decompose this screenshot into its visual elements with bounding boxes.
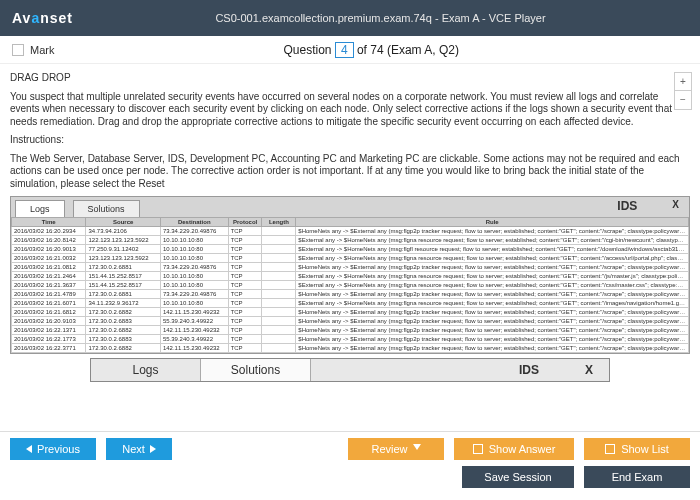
- show-answer-button[interactable]: Show Answer: [454, 438, 574, 460]
- tab-logs-big[interactable]: Logs: [91, 359, 201, 381]
- table-row: 2016/03/02 16:20.293434.73.94.210673.34.…: [12, 227, 689, 236]
- ids-label: IDS: [592, 197, 662, 217]
- chevron-right-icon: [150, 445, 156, 453]
- col-header: Rule: [296, 218, 689, 227]
- ids-label-big: IDS: [489, 359, 569, 381]
- previous-button[interactable]: Previous: [10, 438, 96, 460]
- panel-tabs: Logs Solutions IDS X: [11, 197, 689, 217]
- show-answer-checkbox[interactable]: [473, 444, 483, 454]
- window-title: CS0-001.examcollection.premium.exam.74q …: [73, 12, 688, 24]
- close-panel-button[interactable]: X: [662, 197, 689, 217]
- show-list-checkbox[interactable]: [605, 444, 615, 454]
- mark-label: Mark: [30, 44, 54, 56]
- table-row: 2016/03/02 16:21.4789172.30.0.2.688173.3…: [12, 290, 689, 299]
- table-row: 2016/03/02 16:21.607134.11.232.9.3617210…: [12, 299, 689, 308]
- next-button[interactable]: Next: [106, 438, 172, 460]
- col-header: Protocol: [228, 218, 262, 227]
- scenario-text: You suspect that multiple unrelated secu…: [10, 91, 690, 129]
- mark-checkbox[interactable]: [12, 44, 24, 56]
- table-row: 2016/03/02 16:20.9103172.30.0.2.688355.3…: [12, 317, 689, 326]
- big-tabs: Logs Solutions IDS X: [90, 358, 610, 382]
- table-row: 2016/03/02 16:22.1773172.30.0.2.688355.3…: [12, 335, 689, 344]
- tab-solutions-big[interactable]: Solutions: [201, 359, 311, 381]
- drag-drop-heading: DRAG DROP: [10, 72, 690, 85]
- table-row: 2016/03/02 16:21.6812172.30.0.2.6882142.…: [12, 308, 689, 317]
- question-number: 4: [335, 42, 354, 58]
- table-row: 2016/03/02 16:21.3637151.44.15.252.85171…: [12, 281, 689, 290]
- question-indicator: Question 4 of 74 (Exam A, Q2): [54, 42, 688, 58]
- question-ribbon: Mark Question 4 of 74 (Exam A, Q2): [0, 36, 700, 64]
- chevron-down-icon: [413, 444, 421, 454]
- footer-bar: Previous Next Review Show Answer Show Li…: [0, 431, 700, 500]
- col-header: Length: [262, 218, 296, 227]
- zoom-controls: + −: [674, 72, 692, 110]
- close-big-button[interactable]: X: [569, 359, 609, 381]
- table-row: 2016/03/02 16:22.1371172.30.0.2.6882142.…: [12, 326, 689, 335]
- table-row: 2016/03/02 16:21.0812172.30.0.2.688173.3…: [12, 263, 689, 272]
- end-exam-button[interactable]: End Exam: [584, 466, 690, 488]
- table-row: 2016/03/02 16:22.3771172.30.0.2.6882142.…: [12, 344, 689, 353]
- review-button[interactable]: Review: [348, 438, 444, 460]
- table-row: 2016/03/02 16:21.2464151.44.15.252.85171…: [12, 272, 689, 281]
- show-list-button[interactable]: Show List: [584, 438, 690, 460]
- zoom-in-button[interactable]: +: [675, 73, 691, 91]
- zoom-out-button[interactable]: −: [675, 91, 691, 109]
- table-row: 2016/03/02 16:20.8142122.123.123.123.592…: [12, 236, 689, 245]
- log-table: TimeSourceDestinationProtocolLengthRule …: [11, 217, 689, 353]
- instructions-heading: Instructions:: [10, 134, 690, 147]
- table-row: 2016/03/02 16:20.901377.250.9.31.1240210…: [12, 245, 689, 254]
- tab-logs-small[interactable]: Logs: [15, 200, 65, 217]
- log-panel: Logs Solutions IDS X TimeSourceDestinati…: [10, 196, 690, 354]
- logo: Avanset: [12, 10, 73, 26]
- col-header: Destination: [160, 218, 228, 227]
- instructions-text: The Web Server, Database Server, IDS, De…: [10, 153, 690, 191]
- tab-solutions-small[interactable]: Solutions: [73, 200, 140, 217]
- table-row: 2016/03/02 16:21.0032123.123.123.123.592…: [12, 254, 689, 263]
- title-bar: Avanset CS0-001.examcollection.premium.e…: [0, 0, 700, 36]
- col-header: Source: [86, 218, 160, 227]
- save-session-button[interactable]: Save Session: [462, 466, 574, 488]
- col-header: Time: [12, 218, 86, 227]
- content-area: + − DRAG DROP You suspect that multiple …: [0, 64, 700, 431]
- chevron-left-icon: [26, 445, 32, 453]
